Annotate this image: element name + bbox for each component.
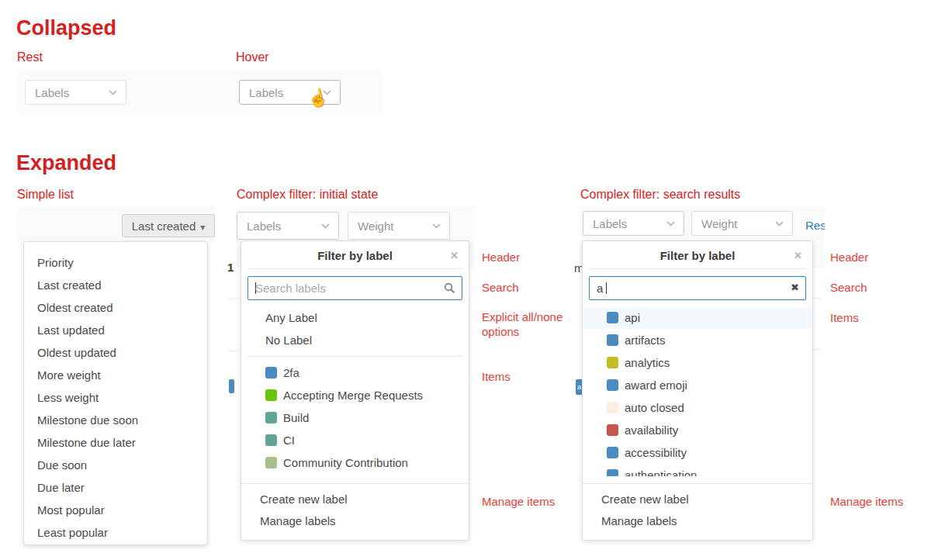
label-item[interactable]: Community Contribution [241,451,469,474]
label-item-name: api [625,311,640,324]
label-color-chip [607,334,618,346]
close-icon[interactable]: ✕ [450,242,459,269]
label-item[interactable]: auto closed [583,396,812,419]
sort-option[interactable]: Milestone due soon [24,409,207,431]
weight-filter-button-label: Weight [701,217,737,230]
sort-option[interactable]: Due later [24,476,207,499]
label-color-chip [607,447,618,458]
simple-list-panel: PriorityLast createdOldest createdLast u… [23,241,208,545]
filter-search-label: Complex filter: search results [580,188,740,202]
sort-option[interactable]: Milestone due later [24,431,207,454]
label-item-name: Community Contribution [283,456,408,469]
sort-option[interactable]: Less weight [24,386,207,409]
truncated-label-pill [229,379,234,393]
sort-option[interactable]: Oldest updated [24,341,207,364]
all-none-options: Any LabelNo Label [241,306,469,351]
header-divider [248,268,462,269]
label-item[interactable]: analytics [583,351,812,374]
sort-option[interactable]: Priority [24,251,207,274]
label-items: 2faAccepting Merge RequestsBuildCICommun… [241,361,469,474]
rest-variant-label: Rest [17,50,43,64]
truncated-background-text: 1 [227,261,234,274]
all-none-option[interactable]: Any Label [241,306,469,329]
sort-option[interactable]: Least popular [24,521,207,544]
footer-action[interactable]: Manage labels [241,510,469,532]
label-search-input[interactable] [248,276,462,300]
filter-initial-panel: Filter by label ✕ Any LabelNo Label 2faA… [241,240,469,541]
all-none-option[interactable]: No Label [241,329,469,351]
label-item[interactable]: Build [241,406,469,429]
label-item-name: accessibility [625,446,687,459]
simple-list-label: Simple list [17,188,74,202]
label-item[interactable]: accessibility [583,441,812,464]
label-item[interactable]: award emoji [583,374,812,396]
chevron-down-icon [666,221,675,226]
label-item-name: award emoji [625,379,687,392]
expanded-heading: Expanded [16,151,116,175]
sort-option[interactable]: Due soon [24,454,207,476]
labels-filter-button-label: Labels [593,217,627,230]
footer-action[interactable]: Create new label [583,489,812,510]
close-icon[interactable]: ✕ [794,242,802,269]
sort-option[interactable]: Last created [24,274,207,296]
label-color-chip [607,379,618,391]
sort-option[interactable]: Oldest created [24,296,207,319]
label-item[interactable]: api [583,306,812,329]
label-search-input[interactable] [589,276,806,300]
label-color-chip [265,367,277,379]
sort-dropdown-trigger[interactable]: Last created▾ [122,214,215,237]
labels-dropdown-rest[interactable]: Labels [25,80,126,105]
label-item-name: artifacts [625,334,666,347]
labels-dropdown-hover-label: Labels [249,86,283,99]
chevron-down-icon [775,221,784,226]
label-item-name: analytics [625,356,670,369]
annotation-search: Search [482,280,519,295]
reset-link-truncated[interactable]: Res [805,219,825,232]
search-icon [444,282,455,294]
weight-filter-button[interactable]: Weight [691,211,793,236]
clear-search-icon[interactable]: ✖ [791,282,799,293]
label-item-name: 2fa [283,366,299,379]
label-item[interactable]: artifacts [583,329,812,351]
footer-action[interactable]: Manage labels [583,510,812,532]
labels-dropdown-rest-label: Labels [35,86,69,99]
label-item[interactable]: Accepting Merge Requests [241,384,469,406]
label-color-chip [265,434,277,446]
weight-filter-button[interactable]: Weight [348,212,450,240]
label-item-name: authentication [625,468,697,476]
label-search: ✖ [589,276,806,300]
label-search-results: apiartifactsanalyticsaward emojiauto clo… [583,306,812,476]
annotation-manage-items: Manage items [830,494,903,509]
truncated-divider-line [228,298,239,299]
sort-option[interactable]: Last updated [24,319,207,341]
label-item[interactable]: CI [241,429,469,451]
truncated-divider-line [228,351,239,351]
header-divider [589,268,806,269]
labels-filter-button[interactable]: Labels [583,211,684,236]
filter-search-panel: Filter by label ✕ ✖ apiartifactsanalytic… [582,240,813,541]
labels-filter-button[interactable]: Labels [237,212,339,240]
section-divider [248,356,462,357]
panel-title: Filter by label [241,241,469,268]
label-item-name: Build [283,411,309,424]
chevron-down-icon [109,90,117,95]
sort-option[interactable]: Most popular [24,499,207,521]
annotation-header: Header [830,250,868,264]
label-item[interactable]: 2fa [241,361,469,384]
label-color-chip [607,424,618,436]
label-item-name: availability [625,423,678,437]
label-item[interactable]: availability [583,419,812,441]
labels-filter-button-label: Labels [247,220,281,233]
labels-dropdown-hover[interactable]: Labels [239,80,341,105]
label-item-name: Accepting Merge Requests [283,389,423,402]
label-item[interactable]: authentication [583,464,812,476]
label-color-chip [265,389,277,401]
filter-initial-label: Complex filter: initial state [237,188,378,202]
label-color-chip [265,457,277,468]
annotation-search: Search [830,280,867,295]
sort-option[interactable]: More weight [24,364,207,386]
label-color-chip [607,402,618,413]
footer-action[interactable]: Create new label [241,489,469,510]
panel-footer: Create new labelManage labels [241,483,469,540]
annotation-items: Items [482,369,511,384]
